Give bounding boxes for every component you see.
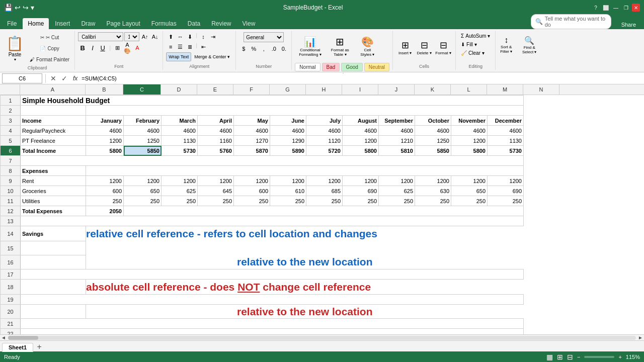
normal-style[interactable]: Normal [295, 63, 320, 71]
row-num-8[interactable]: 8 [1, 166, 21, 176]
share-button[interactable]: Share [615, 20, 642, 29]
cell-a20[interactable] [21, 305, 86, 319]
redo-icon[interactable]: ↪ [23, 4, 29, 12]
col-header-h[interactable]: H [306, 84, 342, 95]
cell-m9[interactable]: 1200 [488, 176, 524, 186]
percent-button[interactable]: % [249, 44, 258, 53]
cell-f11[interactable]: 250 [234, 196, 270, 206]
conditional-formatting-button[interactable]: 📊 ConditionalFormatting ▾ [295, 32, 325, 60]
number-format-select[interactable]: General [244, 32, 284, 42]
col-header-m[interactable]: M [487, 84, 523, 95]
save-icon[interactable]: 💾 [4, 4, 13, 12]
cell-j5[interactable]: 1210 [379, 136, 415, 146]
cell-h5[interactable]: 1120 [306, 136, 343, 146]
tab-page-layout[interactable]: Page Layout [101, 18, 145, 29]
cell-l5[interactable]: 1200 [451, 136, 488, 146]
format-button[interactable]: ⊟ Format ▾ [434, 34, 452, 61]
cell-a16[interactable] [21, 255, 86, 269]
good-style[interactable]: Good [341, 63, 362, 71]
cell-c6[interactable]: 5850 [124, 146, 162, 156]
cell-f5[interactable]: 1270 [234, 136, 270, 146]
cell-j6[interactable]: 5810 [379, 146, 415, 156]
cell-k4[interactable]: 4600 [415, 126, 451, 136]
cell-a9[interactable]: Rent [21, 176, 86, 186]
cell-k9[interactable]: 1200 [415, 176, 451, 186]
tab-draw[interactable]: Draw [76, 18, 100, 29]
cell-h10[interactable]: 685 [306, 186, 343, 196]
cell-g5[interactable]: 1290 [270, 136, 306, 146]
border-button[interactable]: ⊞ [113, 43, 122, 52]
col-header-n[interactable]: N [523, 84, 559, 95]
cell-m5[interactable]: 1130 [488, 136, 524, 146]
cell-a11[interactable]: Utilities [21, 196, 86, 206]
tell-me-box[interactable]: 🔍 Tell me what you want to do [531, 14, 611, 29]
cell-f4[interactable]: 4600 [234, 126, 270, 136]
cell-i10[interactable]: 690 [343, 186, 379, 196]
align-right-button[interactable]: ≣ [185, 42, 194, 51]
name-box[interactable] [2, 73, 42, 83]
sheet-tab-sheet1[interactable]: Sheet1 [2, 343, 33, 352]
cell-m3[interactable]: December [488, 116, 524, 126]
col-header-c[interactable]: C [123, 84, 161, 95]
fill-button[interactable]: ⬇ Fill ▾ [459, 41, 479, 48]
increase-decimal-button[interactable]: .0 [269, 44, 278, 53]
row-num-5[interactable]: 5 [1, 136, 21, 146]
neutral-style[interactable]: Neutral [364, 63, 389, 71]
cell-c12[interactable] [124, 206, 524, 216]
cell-d9[interactable]: 1200 [162, 176, 198, 186]
cell-h6[interactable]: 5720 [306, 146, 343, 156]
cell-b5[interactable]: 1200 [86, 136, 124, 146]
window-controls[interactable]: ? ⬜ — ❐ ✕ [592, 4, 640, 12]
cell-e4[interactable]: 4600 [198, 126, 234, 136]
cell-h3[interactable]: July [306, 116, 343, 126]
cell-m10[interactable]: 690 [488, 186, 524, 196]
fill-color-button[interactable]: A🎨 [123, 43, 132, 52]
cell-l11[interactable]: 250 [451, 196, 488, 206]
cell-f6[interactable]: 5870 [234, 146, 270, 156]
formula-input[interactable] [82, 73, 642, 83]
cell-e11[interactable]: 250 [198, 196, 234, 206]
page-break-view-button[interactable]: ⊟ [567, 353, 573, 361]
cell-k3[interactable]: October [415, 116, 451, 126]
cell-d3[interactable]: March [162, 116, 198, 126]
add-sheet-button[interactable]: + [34, 342, 44, 351]
cell-l6[interactable]: 5800 [451, 146, 488, 156]
cell-a10[interactable]: Groceries [21, 186, 86, 196]
cell-d6[interactable]: 5730 [162, 146, 198, 156]
cell-d5[interactable]: 1130 [162, 136, 198, 146]
normal-view-button[interactable]: ▦ [546, 353, 553, 361]
cell-a18[interactable] [21, 280, 86, 295]
cell-l10[interactable]: 650 [451, 186, 488, 196]
row-num-22[interactable]: 22 [1, 329, 21, 335]
cell-a5[interactable]: PT Freelance [21, 136, 86, 146]
cell-a19[interactable] [21, 295, 524, 305]
tab-formulas[interactable]: Formulas [146, 18, 182, 29]
cell-j4[interactable]: 4600 [379, 126, 415, 136]
cell-e6[interactable]: 5760 [198, 146, 234, 156]
row-num-19[interactable]: 19 [1, 295, 21, 305]
confirm-formula-button[interactable]: ✓ [60, 74, 69, 82]
cell-g3[interactable]: June [270, 116, 306, 126]
cell-a6[interactable]: Total Income [21, 146, 86, 156]
cell-a12[interactable]: Total Expenses [21, 206, 86, 216]
col-header-e[interactable]: E [197, 84, 233, 95]
row-num-15[interactable]: 15 [1, 241, 21, 255]
cell-d10[interactable]: 625 [162, 186, 198, 196]
clear-button[interactable]: 🧹 Clear ▾ [459, 49, 487, 57]
cell-h11[interactable]: 250 [306, 196, 343, 206]
cell-a4[interactable]: RegularPaycheck [21, 126, 86, 136]
col-header-a[interactable]: A [20, 84, 86, 95]
row-num-9[interactable]: 9 [1, 176, 21, 186]
insert-button[interactable]: ⊞ Insert ▾ [396, 34, 414, 61]
cell-m11[interactable]: 250 [488, 196, 524, 206]
cell-l4[interactable]: 4600 [451, 126, 488, 136]
comma-button[interactable]: , [259, 44, 268, 53]
row-num-11[interactable]: 11 [1, 196, 21, 206]
cell-d4[interactable]: 4600 [162, 126, 198, 136]
cell-a13[interactable] [21, 216, 524, 226]
cell-i3[interactable]: August [343, 116, 379, 126]
cell-k10[interactable]: 630 [415, 186, 451, 196]
scroll-right-button[interactable]: ► [638, 335, 643, 340]
cell-g6[interactable]: 5890 [270, 146, 306, 156]
cell-i11[interactable]: 250 [343, 196, 379, 206]
